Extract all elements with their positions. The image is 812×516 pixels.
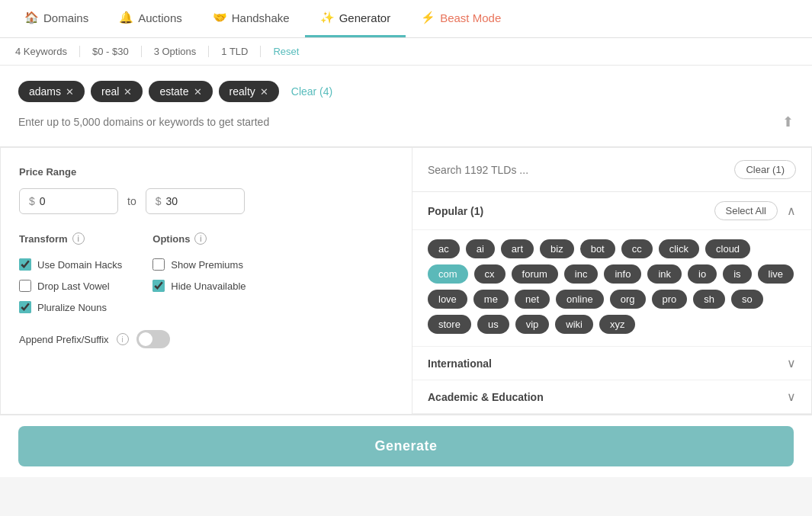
- tld-chip-ac[interactable]: ac: [428, 239, 460, 258]
- options-header: Options i: [152, 232, 246, 245]
- tab-icon-handshake: 🤝: [213, 11, 227, 24]
- nav-tab-handshake[interactable]: 🤝Handshake: [197, 0, 305, 37]
- tld-chip-so[interactable]: so: [731, 290, 763, 309]
- keyword-remove-estate[interactable]: ✕: [194, 86, 202, 98]
- tld-chip-vip[interactable]: vip: [515, 315, 550, 334]
- dollar-sign-max: $: [156, 195, 162, 207]
- popular-category-header[interactable]: Popular (1) Select All ∧: [412, 192, 811, 230]
- keyword-tag-adams: adams✕: [18, 81, 85, 102]
- category-header-academic[interactable]: Academic & Education∨: [412, 380, 811, 414]
- nav-tab-beast-mode[interactable]: ⚡Beast Mode: [406, 0, 516, 37]
- tld-chip-net[interactable]: net: [515, 290, 550, 309]
- tld-chip-ai[interactable]: ai: [466, 239, 495, 258]
- tld-chip-xyz[interactable]: xyz: [599, 315, 636, 334]
- popular-actions: Select All ∧: [714, 201, 796, 220]
- keyword-remove-adams[interactable]: ✕: [66, 86, 74, 98]
- checkbox-drop-vowel[interactable]: [19, 280, 31, 292]
- tld-chip-cloud[interactable]: cloud: [705, 239, 750, 258]
- tld-search-input[interactable]: [428, 164, 725, 176]
- price-min-input[interactable]: $: [19, 188, 118, 214]
- append-info-icon[interactable]: i: [117, 333, 129, 345]
- checkbox-hide-unavailable[interactable]: [152, 280, 165, 292]
- tld-chip-click[interactable]: click: [659, 239, 699, 258]
- domain-input-wrapper: ⬆: [18, 113, 794, 131]
- tld-chip-online[interactable]: online: [556, 290, 604, 309]
- nav-tab-auctions[interactable]: 🔔Auctions: [104, 0, 197, 37]
- keywords-area: adams✕real✕estate✕realty✕Clear (4) ⬆: [0, 66, 812, 147]
- transform-header: Transform i: [19, 232, 122, 245]
- tld-chip-org[interactable]: org: [610, 290, 646, 309]
- tld-chip-biz[interactable]: biz: [540, 239, 574, 258]
- transform-col: Transform i Use Domain HacksDrop Last Vo…: [19, 232, 122, 318]
- tld-chip-io[interactable]: io: [688, 264, 717, 284]
- max-price-field[interactable]: [165, 195, 219, 207]
- tld-chip-live[interactable]: live: [758, 264, 794, 284]
- chevron-down-icon-international: ∨: [787, 356, 796, 370]
- tld-chip-me[interactable]: me: [473, 290, 509, 309]
- tab-icon-generator: ✨: [320, 11, 335, 24]
- subheader: 4 Keywords $0 - $30 3 Options 1 TLD Rese…: [0, 38, 812, 66]
- label-domain-hacks: Use Domain Hacks: [37, 259, 122, 271]
- tld-chip-com[interactable]: com: [428, 264, 468, 284]
- right-panel: Clear (1) Popular (1) Select All ∧ acaia…: [412, 148, 811, 414]
- reset-link[interactable]: Reset: [273, 46, 311, 57]
- tld-chip-is[interactable]: is: [723, 264, 751, 284]
- price-max-input[interactable]: $: [146, 188, 245, 214]
- tld-chip-bot[interactable]: bot: [580, 239, 615, 258]
- right-panel-wrapper: Clear (1) Popular (1) Select All ∧ acaia…: [412, 148, 811, 414]
- keyword-label-estate: estate: [159, 85, 188, 98]
- checkbox-show-premiums[interactable]: [152, 258, 165, 271]
- tab-label-auctions: Auctions: [138, 11, 182, 24]
- clear-tld-button[interactable]: Clear (1): [734, 160, 796, 179]
- nav-tab-domains[interactable]: 🏠Domains: [9, 0, 104, 37]
- keyword-remove-real[interactable]: ✕: [124, 86, 132, 98]
- tld-chip-love[interactable]: love: [428, 290, 467, 309]
- generate-button[interactable]: Generate: [18, 426, 794, 466]
- chevron-down-icon-academic: ∨: [787, 389, 796, 404]
- options-info-icon[interactable]: i: [194, 232, 207, 245]
- tld-chip-cc[interactable]: cc: [621, 239, 653, 258]
- nav-tab-generator[interactable]: ✨Generator: [305, 0, 406, 37]
- tld-chip-sh[interactable]: sh: [693, 290, 725, 309]
- clear-keywords-link[interactable]: Clear (4): [291, 85, 332, 98]
- tld-chip-pro[interactable]: pro: [652, 290, 688, 309]
- keyword-label-real: real: [101, 85, 119, 98]
- tld-categories: Popular (1) Select All ∧ acaiartbizbotcc…: [412, 192, 811, 414]
- category-header-international[interactable]: International∨: [412, 347, 811, 380]
- select-all-button[interactable]: Select All: [714, 201, 778, 220]
- keyword-label-adams: adams: [29, 85, 61, 98]
- keyword-tag-realty: realty✕: [219, 81, 279, 102]
- keyword-tag-estate: estate✕: [149, 81, 212, 102]
- options-col: Options i Show PremiumsHide Unavailable: [152, 232, 246, 318]
- option-item-show-premiums: Show Premiums: [152, 254, 246, 275]
- tld-chip-wiki[interactable]: wiki: [555, 315, 593, 334]
- tld-chip-info[interactable]: info: [604, 264, 641, 284]
- transform-info-icon[interactable]: i: [72, 232, 85, 245]
- keyword-tag-real: real✕: [91, 81, 143, 102]
- toggle-slider: [136, 330, 170, 348]
- tld-chip-art[interactable]: art: [501, 239, 534, 258]
- category-label-academic: Academic & Education: [428, 391, 544, 403]
- nav-tabs: 🏠Domains🔔Auctions🤝Handshake✨Generator⚡Be…: [0, 0, 812, 38]
- upload-icon[interactable]: ⬆: [782, 114, 794, 130]
- tld-chip-inc[interactable]: inc: [564, 264, 599, 284]
- min-price-field[interactable]: [40, 195, 93, 207]
- tld-chip-us[interactable]: us: [477, 315, 509, 334]
- checkbox-pluralize[interactable]: [19, 301, 31, 313]
- options-label: Options: [152, 233, 190, 245]
- popular-chevron-up-icon: ∧: [787, 204, 796, 218]
- domain-input[interactable]: [18, 113, 782, 131]
- tab-icon-domains: 🏠: [24, 11, 39, 24]
- append-toggle[interactable]: [136, 330, 170, 348]
- tld-chip-forum[interactable]: forum: [512, 264, 558, 284]
- price-row: $ to $: [19, 188, 393, 214]
- tld-search-row: Clear (1): [412, 148, 811, 192]
- tld-chip-store[interactable]: store: [428, 315, 471, 334]
- tld-chip-cx[interactable]: cx: [474, 264, 505, 284]
- keyword-label-realty: realty: [229, 85, 255, 98]
- keyword-remove-realty[interactable]: ✕: [260, 86, 268, 98]
- tab-label-generator: Generator: [339, 11, 391, 24]
- tld-chip-ink[interactable]: ink: [647, 264, 682, 284]
- option-item-hide-unavailable: Hide Unavailable: [152, 275, 246, 296]
- checkbox-domain-hacks[interactable]: [19, 258, 31, 271]
